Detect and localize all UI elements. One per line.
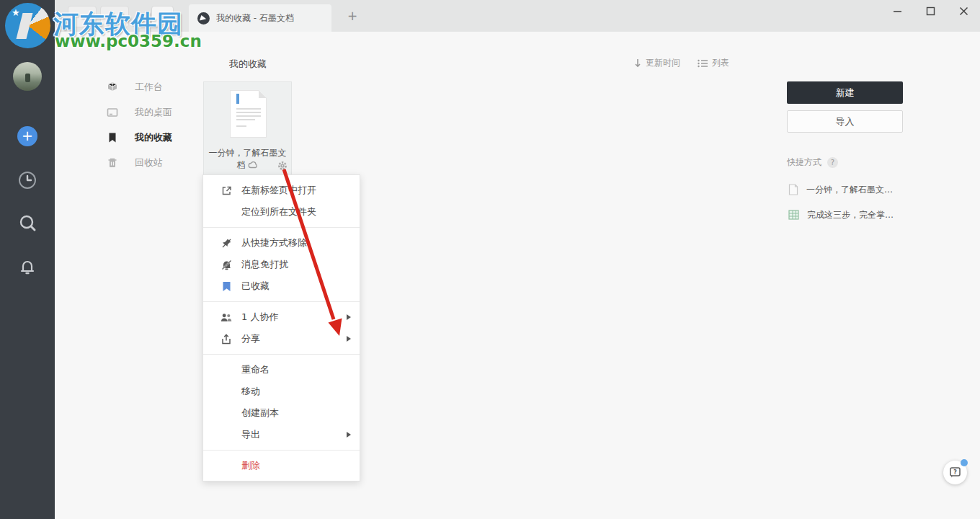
- shortcut-label: 完成这三步，完全掌…: [807, 209, 894, 221]
- refresh-button[interactable]: [151, 6, 174, 27]
- menu-item-mute[interactable]: 消息免打扰: [203, 254, 360, 275]
- context-menu: 在新标签页中打开 定位到所在文件夹 从快捷方式移除 消息免打扰 已收藏 1 人协…: [202, 174, 360, 482]
- topbar: 我的收藏 - 石墨文档 +: [55, 0, 980, 32]
- shortcut-item[interactable]: 一分钟，了解石墨文…: [788, 182, 932, 198]
- menu-item-open-new-tab[interactable]: 在新标签页中打开: [203, 179, 360, 201]
- share-icon: [220, 333, 232, 345]
- open-new-tab-icon: [220, 185, 232, 196]
- menu-divider: [203, 354, 360, 355]
- desktop-icon: [107, 107, 118, 118]
- sort-control[interactable]: 更新时间: [634, 57, 680, 69]
- submenu-arrow-icon: [347, 314, 351, 320]
- refresh-icon: [157, 11, 169, 22]
- notifications-icon[interactable]: [17, 257, 37, 277]
- menu-item-locate-folder[interactable]: 定位到所在文件夹: [203, 201, 360, 223]
- submenu-arrow-icon: [347, 432, 351, 438]
- maximize-button[interactable]: [921, 1, 940, 20]
- new-tab-button[interactable]: +: [343, 7, 362, 26]
- sidebar-item-label: 我的收藏: [135, 131, 172, 144]
- submenu-arrow-icon: [347, 336, 351, 342]
- minimize-button[interactable]: [888, 1, 906, 20]
- import-button[interactable]: 导入: [787, 110, 903, 133]
- help-button[interactable]: ?: [943, 461, 967, 484]
- tab-my-favorites[interactable]: 我的收藏 - 石墨文档: [189, 4, 331, 32]
- view-toggle[interactable]: 列表: [698, 57, 729, 69]
- pin-off-icon: [220, 237, 232, 249]
- add-button[interactable]: +: [17, 126, 37, 146]
- bookmark-blue-icon: [220, 280, 232, 292]
- sidebar-item-label: 我的桌面: [135, 106, 172, 119]
- shortcuts-help-icon[interactable]: ?: [827, 157, 838, 168]
- menu-item-share[interactable]: 分享: [203, 328, 360, 350]
- sort-desc-icon: [634, 58, 641, 68]
- forward-button[interactable]: [100, 6, 129, 27]
- menu-divider: [203, 450, 360, 451]
- doc-icon: [788, 184, 798, 195]
- menu-item-delete[interactable]: 删除: [203, 455, 360, 476]
- sort-label: 更新时间: [646, 57, 680, 69]
- cloud-synced-icon: [248, 161, 258, 169]
- page-title: 我的收藏: [229, 58, 267, 71]
- menu-item-remove-shortcut[interactable]: 从快捷方式移除: [203, 232, 360, 254]
- close-button[interactable]: [954, 1, 973, 20]
- menu-item-export[interactable]: 导出: [203, 424, 360, 445]
- menu-divider: [203, 227, 360, 228]
- help-bubble-icon: ?: [949, 466, 961, 479]
- sidebar-item-label: 回收站: [135, 156, 163, 169]
- notification-dot: [961, 459, 968, 466]
- document-card[interactable]: 一分钟，了解石墨文 档: [203, 81, 292, 175]
- bookmark-icon: [107, 132, 118, 143]
- document-thumbnail: [230, 90, 267, 138]
- menu-item-move[interactable]: 移动: [203, 381, 360, 402]
- close-icon: [959, 6, 968, 16]
- menu-item-collaborators[interactable]: 1 人协作: [203, 306, 360, 328]
- menu-item-rename[interactable]: 重命名: [203, 359, 360, 381]
- mute-icon: [220, 259, 232, 270]
- shimo-logo-icon: [197, 12, 210, 25]
- watermark-site-url: www.pc0359.cn: [55, 32, 202, 50]
- back-button[interactable]: [68, 6, 97, 27]
- tab-title: 我的收藏 - 石墨文档: [216, 12, 294, 25]
- minimize-icon: [893, 6, 902, 16]
- svg-text:?: ?: [953, 469, 957, 476]
- maximize-icon: [926, 6, 935, 16]
- left-rail: +: [0, 0, 55, 519]
- shortcut-item[interactable]: 完成这三步，完全掌…: [788, 207, 932, 223]
- shortcuts-title: 快捷方式 ?: [787, 156, 838, 169]
- app-window: + 我的收藏 - 石墨文档 +: [0, 0, 980, 519]
- trash-icon: [107, 157, 118, 169]
- avatar[interactable]: [13, 62, 42, 91]
- recent-icon[interactable]: [17, 170, 37, 190]
- collaborators-icon: [220, 311, 232, 323]
- card-title-line1: 一分钟，了解石墨文: [204, 147, 291, 159]
- new-button[interactable]: 新建: [787, 81, 903, 104]
- workbench-icon: [107, 81, 118, 93]
- menu-item-favorited[interactable]: 已收藏: [203, 275, 360, 297]
- search-icon[interactable]: [17, 213, 37, 234]
- menu-divider: [203, 301, 360, 302]
- sheet-icon: [788, 210, 799, 220]
- sidebar-item-label: 工作台: [135, 81, 163, 94]
- menu-item-duplicate[interactable]: 创建副本: [203, 402, 360, 424]
- gear-icon[interactable]: [277, 160, 288, 174]
- shortcut-label: 一分钟，了解石墨文…: [806, 184, 893, 196]
- list-view-icon: [698, 59, 708, 68]
- view-label: 列表: [712, 57, 729, 69]
